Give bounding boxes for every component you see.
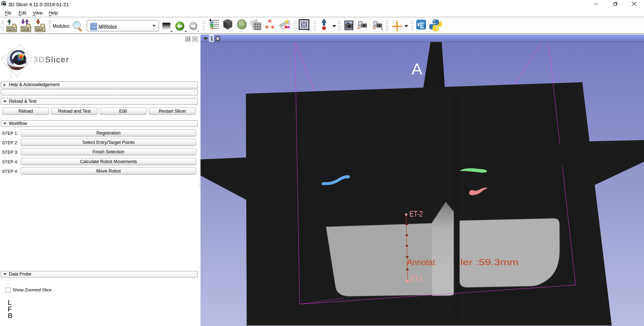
svg-text:View: View <box>33 10 43 16</box>
svg-text:3D Slicer 4.11.0-2019-01-21: 3D Slicer 4.11.0-2019-01-21 <box>8 2 69 7</box>
svg-text:SAVE: SAVE <box>36 27 43 32</box>
svg-text:DCM: DCM <box>22 27 29 32</box>
svg-text:File: File <box>5 10 11 16</box>
svg-text:Annotat: Annotat <box>407 257 435 267</box>
svg-text:Help: Help <box>49 10 58 16</box>
svg-text:A: A <box>412 60 422 78</box>
svg-text:ET-2: ET-2 <box>410 209 423 218</box>
svg-text:ler :59.3mm: ler :59.3mm <box>460 257 519 267</box>
svg-text:MRRobot: MRRobot <box>98 24 117 30</box>
svg-text:Modules:: Modules: <box>53 23 70 29</box>
svg-text:ET-1: ET-1 <box>410 274 423 283</box>
svg-text:1: 1 <box>210 35 213 42</box>
svg-text:3DSlicer: 3DSlicer <box>34 55 69 64</box>
svg-text:DATA: DATA <box>8 27 15 32</box>
svg-text:Edit: Edit <box>19 10 26 16</box>
